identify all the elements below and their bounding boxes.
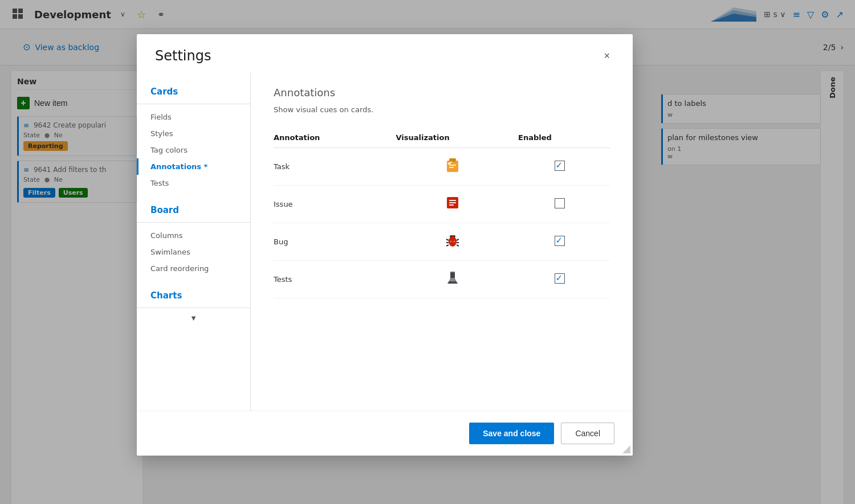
task-enabled-checkbox[interactable] [555, 161, 565, 171]
settings-nav: Cards Fields Styles Tag colors Annotatio… [137, 73, 251, 411]
cancel-button[interactable]: Cancel [561, 423, 614, 444]
nav-item-columns[interactable]: Columns [137, 227, 250, 244]
table-row: Tests [274, 261, 610, 298]
tests-enabled-checkbox[interactable] [555, 273, 565, 284]
settings-content: Annotations Show visual cues on cards. A… [251, 73, 633, 411]
modal-body: Cards Fields Styles Tag colors Annotatio… [137, 73, 633, 411]
settings-modal: Settings × Cards Fields Styles Tag color… [137, 34, 633, 456]
modal-title: Settings [155, 48, 211, 64]
svg-point-25 [450, 241, 451, 243]
svg-rect-13 [449, 202, 456, 203]
tests-vis-icon [445, 270, 461, 289]
nav-item-tag-colors[interactable]: Tag colors [137, 142, 250, 158]
visualization-cell [396, 261, 519, 298]
annotations-table: Annotation Visualization Enabled Task [274, 128, 610, 298]
annotation-name: Issue [274, 186, 396, 223]
task-vis-icon [445, 157, 461, 176]
svg-point-27 [451, 280, 453, 282]
col-visualization: Visualization [396, 128, 519, 148]
svg-rect-14 [449, 204, 454, 206]
annotation-name: Bug [274, 223, 396, 261]
modal-footer: Save and close Cancel [137, 411, 633, 456]
nav-divider-3 [137, 308, 250, 308]
table-row: Task [274, 148, 610, 186]
nav-item-fields[interactable]: Fields [137, 109, 250, 125]
nav-section-board[interactable]: Board [137, 200, 250, 218]
svg-point-28 [454, 281, 455, 282]
nav-item-swimlanes[interactable]: Swimlanes [137, 244, 250, 260]
svg-point-17 [450, 235, 452, 237]
enabled-cell[interactable] [518, 261, 610, 298]
annotation-name: Tests [274, 261, 396, 298]
table-row: Bug [274, 223, 610, 261]
content-section-title: Annotations [274, 87, 610, 99]
svg-rect-10 [449, 167, 454, 168]
nav-divider [137, 104, 250, 104]
nav-divider-2 [137, 222, 250, 223]
table-row: Issue [274, 186, 610, 223]
nav-item-styles[interactable]: Styles [137, 125, 250, 142]
issue-enabled-checkbox[interactable] [555, 198, 565, 208]
svg-line-24 [457, 245, 459, 246]
nav-section-cards[interactable]: Cards [137, 82, 250, 99]
content-description: Show visual cues on cards. [274, 105, 610, 114]
modal-header: Settings × [137, 34, 633, 73]
visualization-cell [396, 186, 519, 223]
svg-line-22 [457, 239, 459, 240]
issue-vis-icon [445, 195, 461, 214]
visualization-cell [396, 223, 519, 261]
col-annotation: Annotation [274, 128, 396, 148]
nav-item-annotations[interactable]: Annotations * [137, 158, 250, 175]
svg-rect-9 [449, 165, 456, 166]
svg-line-19 [446, 239, 449, 240]
bug-vis-icon [445, 232, 461, 251]
nav-item-tests[interactable]: Tests [137, 175, 250, 191]
enabled-cell[interactable] [518, 223, 610, 261]
modal-close-button[interactable]: × [599, 48, 614, 63]
resize-handle[interactable] [622, 445, 630, 453]
svg-rect-12 [449, 200, 456, 201]
nav-item-card-reordering[interactable]: Card reordering [137, 260, 250, 277]
svg-point-18 [453, 235, 455, 237]
table-header: Annotation Visualization Enabled [274, 128, 610, 148]
visualization-cell [396, 148, 519, 186]
svg-rect-8 [449, 158, 456, 162]
enabled-cell[interactable] [518, 186, 610, 223]
save-and-close-button[interactable]: Save and close [469, 423, 554, 444]
svg-point-26 [453, 241, 455, 243]
col-enabled: Enabled [518, 128, 610, 148]
scroll-indicator: ▼ [137, 313, 250, 323]
table-body: Task [274, 148, 610, 298]
svg-rect-7 [447, 161, 458, 172]
svg-line-21 [446, 245, 449, 246]
enabled-cell[interactable] [518, 148, 610, 186]
bug-enabled-checkbox[interactable] [555, 236, 565, 246]
annotation-name: Task [274, 148, 396, 186]
nav-section-charts[interactable]: Charts [137, 286, 250, 303]
